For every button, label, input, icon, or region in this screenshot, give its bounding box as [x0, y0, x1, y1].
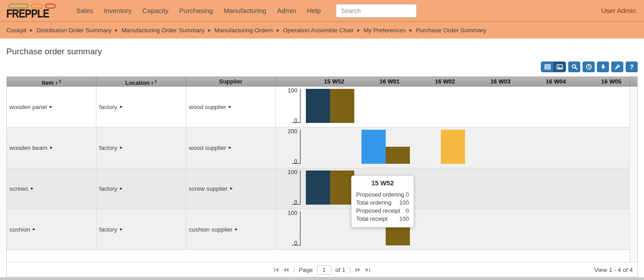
item-cell[interactable]: wooden panel▶	[7, 87, 96, 127]
context-caret-icon[interactable]: ▶	[120, 187, 122, 190]
context-caret-icon[interactable]: ▶	[120, 105, 122, 109]
breadcrumb-distribution-order-summary[interactable]: Distribution Order Summary	[36, 27, 111, 34]
chart-bar-gold[interactable]	[386, 147, 410, 164]
y-axis-max-label: 100	[276, 210, 297, 216]
body-scrollbar-stub[interactable]	[630, 87, 637, 262]
chart-bar-blue[interactable]	[361, 130, 386, 164]
help-button[interactable]: ?	[626, 61, 638, 72]
context-caret-icon[interactable]: ▶	[120, 228, 122, 231]
breadcrumb-operation-assemble-chair[interactable]: Operation Assemble Chair	[283, 27, 354, 34]
supplier-cell[interactable]: screw supplier▶	[186, 168, 276, 209]
location-link[interactable]: factory	[99, 226, 117, 233]
supplier-link[interactable]: wood supplier	[189, 144, 226, 151]
item-link[interactable]: wooden beam	[9, 144, 48, 151]
location-cell[interactable]: factory▶	[96, 127, 186, 168]
nav-item-admin[interactable]: Admin	[274, 7, 300, 14]
download-arrow-icon	[600, 63, 607, 70]
chart-bar-orange[interactable]	[441, 130, 465, 164]
column-header-location[interactable]: Location▲▼1	[96, 77, 186, 87]
supplier-cell[interactable]: wood supplier▶	[186, 87, 276, 127]
breadcrumb-manufacturing-orders[interactable]: Manufacturing Orders	[214, 27, 273, 34]
sort-order-badge: 1	[155, 79, 157, 83]
breadcrumb-manufacturing-order-summary[interactable]: Manufacturing Order Summary	[122, 27, 205, 34]
context-caret-icon[interactable]: ▶	[50, 105, 52, 109]
context-caret-icon[interactable]: ▶	[229, 105, 231, 109]
location-link[interactable]: factory	[99, 185, 117, 192]
chart-bar-navy[interactable]	[306, 89, 330, 123]
context-caret-icon[interactable]: ▶	[33, 228, 35, 231]
last-page-button[interactable]	[365, 267, 371, 273]
supplier-link[interactable]: cushion supplier	[189, 226, 233, 233]
y-axis-max-label: 100	[276, 87, 297, 94]
nav-item-inventory[interactable]: Inventory	[100, 7, 135, 14]
row-mini-chart: 1000	[276, 209, 630, 249]
location-link[interactable]: factory	[99, 104, 117, 110]
page-number-input[interactable]	[317, 265, 331, 275]
nav-item-help[interactable]: Help	[303, 7, 324, 14]
context-caret-icon[interactable]: ▶	[120, 146, 122, 149]
location-cell[interactable]: factory▶	[96, 209, 186, 249]
table-row: cushion▶ factory▶ cushion supplier▶ 1000	[7, 209, 630, 250]
column-header-item-label: Item	[42, 79, 54, 86]
breadcrumb-separator-icon: ▶	[115, 28, 117, 32]
frepple-logo[interactable]: FREPPLE	[6, 3, 73, 18]
tooltip-value: 0	[406, 191, 409, 199]
item-link[interactable]: wooden panel	[9, 104, 47, 110]
context-caret-icon[interactable]: ▶	[235, 228, 238, 231]
breadcrumb-my-preferences[interactable]: My Preferences	[364, 27, 406, 34]
main-content: Purchase order summary	[0, 39, 644, 277]
table-row: screws▶ factory▶ screw supplier▶ 1000	[7, 168, 630, 209]
context-caret-icon[interactable]: ▶	[50, 146, 52, 149]
item-link[interactable]: cushion	[9, 226, 30, 233]
supplier-cell[interactable]: wood supplier▶	[186, 127, 276, 168]
column-header-item[interactable]: Item▲▼2	[7, 77, 96, 87]
breadcrumb-cockpit[interactable]: Cockpit	[6, 27, 26, 34]
supplier-link[interactable]: screw supplier	[189, 185, 227, 192]
search-input[interactable]	[336, 4, 417, 18]
previous-page-button[interactable]	[283, 267, 289, 273]
nav-item-sales[interactable]: Sales	[73, 7, 97, 14]
y-axis-line	[300, 211, 300, 245]
item-link[interactable]: screws	[9, 185, 28, 192]
grid-body: wooden panel▶ factory▶ wood supplier▶ 10…	[7, 87, 637, 262]
tooltip-title: 15 W52	[356, 179, 409, 187]
graph-view-button[interactable]	[553, 62, 566, 72]
next-page-button[interactable]	[355, 267, 361, 273]
y-axis-line	[300, 89, 300, 123]
item-cell[interactable]: wooden beam▶	[7, 127, 96, 168]
user-menu[interactable]: User Admin	[601, 7, 638, 14]
context-caret-icon[interactable]: ▶	[230, 187, 232, 190]
breadcrumb-purchase-order-summary[interactable]: Purchase Order Summary	[416, 27, 486, 34]
column-header-supplier[interactable]: Supplier	[186, 77, 276, 87]
week-column-header: 16 W04	[546, 77, 566, 87]
nav-item-capacity[interactable]: Capacity	[139, 7, 172, 14]
download-button[interactable]	[597, 61, 609, 72]
search-icon	[571, 63, 578, 70]
context-caret-icon[interactable]: ▶	[31, 187, 33, 190]
location-cell[interactable]: factory▶	[96, 168, 186, 209]
chart-bar-gold[interactable]	[330, 171, 354, 205]
sort-icon[interactable]: ▲▼	[55, 81, 58, 85]
customize-button[interactable]	[611, 61, 623, 72]
location-link[interactable]: factory	[99, 144, 117, 151]
supplier-cell[interactable]: cushion supplier▶	[186, 209, 276, 249]
chart-bar-navy[interactable]	[306, 171, 330, 205]
time-buckets-button[interactable]	[583, 61, 595, 72]
nav-item-purchasing[interactable]: Purchasing	[176, 7, 217, 14]
pager-divider: |	[293, 266, 295, 273]
location-cell[interactable]: factory▶	[96, 87, 186, 127]
item-cell[interactable]: cushion▶	[7, 209, 96, 249]
sort-icon[interactable]: ▲▼	[151, 81, 153, 85]
tooltip-value: 0	[406, 207, 409, 215]
search-button[interactable]	[568, 61, 580, 72]
tooltip-label: Total receipt	[356, 215, 387, 223]
chart-bar-gold[interactable]	[330, 89, 354, 123]
table-view-button[interactable]	[541, 62, 553, 72]
first-page-button[interactable]	[273, 267, 279, 273]
item-cell[interactable]: screws▶	[7, 168, 96, 209]
supplier-link[interactable]: wood supplier	[189, 104, 226, 110]
nav-item-manufacturing[interactable]: Manufacturing	[220, 7, 270, 14]
context-caret-icon[interactable]: ▶	[229, 146, 231, 149]
y-axis-zero-tick	[292, 204, 300, 205]
week-column-header: 15 W52	[324, 77, 344, 87]
